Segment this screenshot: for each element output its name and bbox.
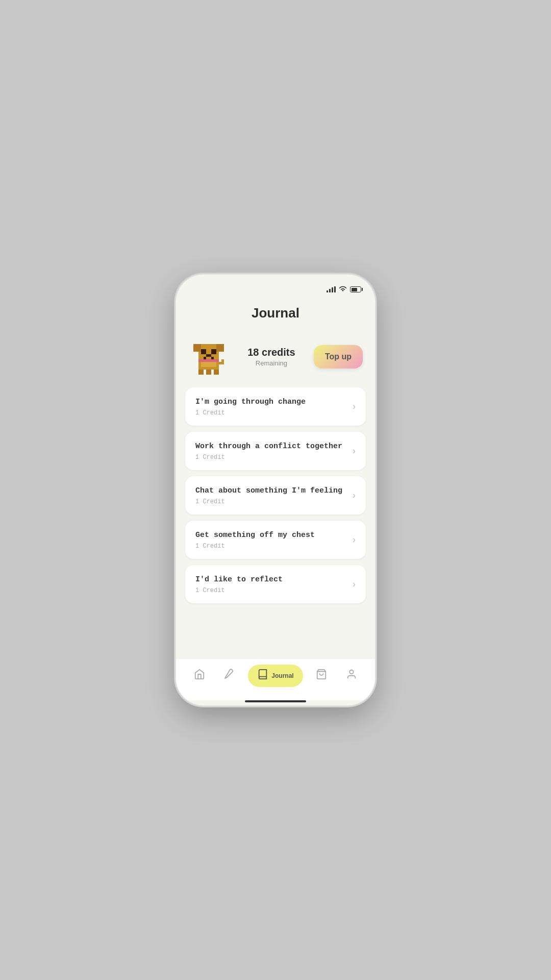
svg-rect-7 [204,357,206,359]
nav-item-home[interactable] [188,665,211,687]
nav-item-journal[interactable]: Journal [248,665,303,687]
svg-rect-13 [219,362,224,364]
item-title-1: I'm going through change [195,397,346,407]
item-credit-1: 1 Credit [195,409,346,416]
item-title-4: Get something off my chest [195,530,346,541]
bottom-nav: Journal [176,658,375,700]
item-content-3: Chat about something I'm feeling 1 Credi… [195,485,346,505]
journal-items-list: I'm going through change 1 Credit › Work… [176,387,375,658]
credits-section: 18 credits Remaining Top up [176,331,375,387]
item-content-1: I'm going through change 1 Credit [195,397,346,416]
svg-rect-3 [216,344,224,352]
credits-label: Remaining [237,359,306,367]
signal-bar-4 [334,286,336,292]
item-title-5: I'd like to reflect [195,574,346,585]
shop-icon [316,669,327,683]
rocket-icon [224,669,235,683]
svg-rect-6 [206,354,211,357]
profile-icon [346,669,357,683]
phone-frame: Journal [176,275,375,705]
item-content-4: Get something off my chest 1 Credit [195,530,346,550]
home-icon [194,669,205,683]
journal-item-3[interactable]: Chat about something I'm feeling 1 Credi… [185,476,366,514]
dog-mascot [188,336,229,377]
nav-item-profile[interactable] [340,665,363,687]
svg-rect-15 [201,362,216,367]
svg-point-17 [350,670,354,673]
chevron-right-icon-5: › [353,579,356,590]
item-title-3: Chat about something I'm feeling [195,485,346,496]
svg-rect-2 [193,344,201,352]
item-content-5: I'd like to reflect 1 Credit [195,574,346,594]
chevron-right-icon-4: › [353,534,356,545]
screen-content: Journal [176,297,375,700]
item-content-2: Work through a conflict together 1 Credi… [195,441,346,461]
signal-bar-1 [327,290,328,292]
wifi-icon [339,286,347,293]
chevron-right-icon-1: › [353,401,356,412]
nav-item-shop[interactable] [310,665,333,687]
chevron-right-icon-2: › [353,446,356,456]
journal-item-4[interactable]: Get something off my chest 1 Credit › [185,521,366,559]
item-credit-3: 1 Credit [195,498,346,505]
credits-info: 18 credits Remaining [237,347,306,367]
signal-indicator [327,286,336,292]
svg-rect-10 [198,370,204,375]
svg-rect-9 [198,359,219,362]
journal-item-2[interactable]: Work through a conflict together 1 Credi… [185,432,366,470]
journal-item-5[interactable]: I'd like to reflect 1 Credit › [185,565,366,603]
svg-rect-11 [206,370,211,375]
signal-bar-2 [329,289,331,292]
journal-icon [257,669,268,683]
status-bar [176,275,375,297]
top-up-button[interactable]: Top up [314,345,363,369]
svg-rect-8 [211,357,214,359]
svg-rect-12 [214,370,219,375]
battery-indicator [350,286,363,292]
item-credit-2: 1 Credit [195,454,346,461]
item-credit-5: 1 Credit [195,587,346,594]
svg-rect-14 [221,359,224,362]
svg-rect-5 [211,349,216,354]
svg-rect-4 [201,349,206,354]
item-title-2: Work through a conflict together [195,441,346,452]
journal-item-1[interactable]: I'm going through change 1 Credit › [185,387,366,426]
signal-bar-3 [332,287,333,292]
item-credit-4: 1 Credit [195,543,346,550]
journal-nav-label: Journal [271,672,293,679]
page-title: Journal [176,297,375,331]
chevron-right-icon-3: › [353,490,356,501]
credits-count: 18 credits [237,347,306,358]
home-indicator [245,700,306,702]
nav-item-explore[interactable] [218,665,241,687]
